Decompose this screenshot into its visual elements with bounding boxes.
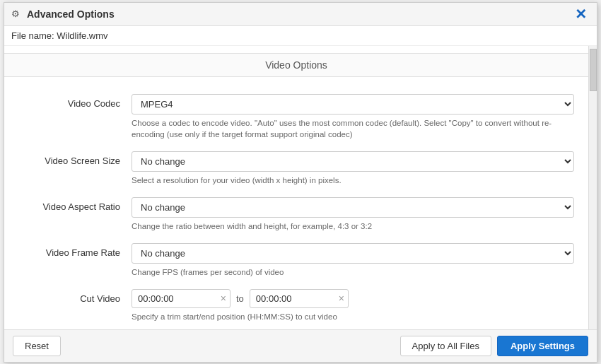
- video-codec-label: Video Codec: [18, 94, 132, 109]
- video-frame-rate-control: No change 15 24 25 29.97 30 60 Change FP…: [132, 243, 574, 278]
- cut-end-input[interactable]: [250, 289, 349, 308]
- dialog-body: Video Options Video Codec Auto Copy MPEG…: [4, 46, 597, 329]
- file-name-value: Wildlife.wmv: [57, 30, 107, 41]
- video-screen-size-row: Video Screen Size No change 320x240 640x…: [4, 146, 588, 189]
- dialog-footer: Reset Apply to All Files Apply Settings: [4, 329, 597, 362]
- file-name-label: File name:: [11, 30, 54, 41]
- video-codec-hint: Choose a codec to encode video. "Auto" u…: [132, 117, 574, 140]
- video-codec-row: Video Codec Auto Copy MPEG4 H.264 H.265 …: [4, 88, 588, 143]
- file-name-row: File name: Wildlife.wmv: [4, 26, 597, 46]
- close-button[interactable]: ✕: [572, 7, 590, 21]
- cut-video-label: Cut Video: [18, 289, 132, 304]
- video-screen-size-label: Video Screen Size: [18, 151, 132, 166]
- gear-icon: ⚙: [11, 8, 23, 20]
- video-frame-rate-hint: Change FPS (frames per second) of video: [132, 266, 574, 278]
- header-left: ⚙ Advanced Options: [11, 8, 115, 20]
- content-area: Video Options Video Codec Auto Copy MPEG…: [4, 46, 588, 329]
- video-codec-control: Auto Copy MPEG4 H.264 H.265 VP8 VP9 Choo…: [132, 94, 574, 140]
- video-screen-size-hint: Select a resolution for your video (widt…: [132, 175, 574, 186]
- dialog-header: ⚙ Advanced Options ✕: [4, 3, 597, 26]
- dialog-title: Advanced Options: [27, 8, 115, 20]
- cut-end-clear-button[interactable]: ×: [339, 293, 344, 303]
- cut-end-wrapper: ×: [250, 289, 349, 308]
- video-aspect-ratio-control: No change 4:3 16:9 16:10 3:2 Change the …: [132, 197, 574, 232]
- video-aspect-ratio-hint: Change the ratio between width and heigh…: [132, 221, 574, 232]
- cut-video-hint: Specify a trim start/end position (HH:MM…: [132, 311, 574, 322]
- video-screen-size-control: No change 320x240 640x480 1280x720 1920x…: [132, 151, 574, 186]
- cut-video-inputs: × to ×: [132, 289, 574, 308]
- cut-video-controls: × to × Specify a trim start/end position…: [132, 289, 574, 322]
- cut-to-label: to: [236, 293, 244, 304]
- video-screen-size-select[interactable]: No change 320x240 640x480 1280x720 1920x…: [132, 151, 574, 172]
- apply-to-all-files-button[interactable]: Apply to All Files: [400, 336, 491, 356]
- video-frame-rate-row: Video Frame Rate No change 15 24 25 29.9…: [4, 237, 588, 281]
- video-aspect-ratio-select[interactable]: No change 4:3 16:9 16:10 3:2: [132, 197, 574, 218]
- footer-right: Apply to All Files Apply Settings: [400, 336, 588, 356]
- reset-button[interactable]: Reset: [13, 336, 61, 356]
- video-codec-select[interactable]: Auto Copy MPEG4 H.264 H.265 VP8 VP9: [132, 94, 574, 115]
- cut-start-wrapper: ×: [132, 289, 231, 308]
- video-frame-rate-select[interactable]: No change 15 24 25 29.97 30 60: [132, 243, 574, 264]
- video-aspect-ratio-label: Video Aspect Ratio: [18, 197, 132, 212]
- cut-video-row: Cut Video × to × Specify a trim start: [4, 283, 588, 325]
- video-aspect-ratio-row: Video Aspect Ratio No change 4:3 16:9 16…: [4, 192, 588, 235]
- scrollbar-track[interactable]: [588, 46, 597, 329]
- scrollbar-thumb[interactable]: [590, 49, 597, 91]
- cut-start-input[interactable]: [132, 289, 231, 308]
- advanced-options-dialog: ⚙ Advanced Options ✕ File name: Wildlife…: [4, 2, 597, 363]
- apply-settings-button[interactable]: Apply Settings: [497, 336, 588, 356]
- section-title-video-options: Video Options: [4, 53, 588, 77]
- video-frame-rate-label: Video Frame Rate: [18, 243, 132, 258]
- cut-start-clear-button[interactable]: ×: [221, 293, 226, 303]
